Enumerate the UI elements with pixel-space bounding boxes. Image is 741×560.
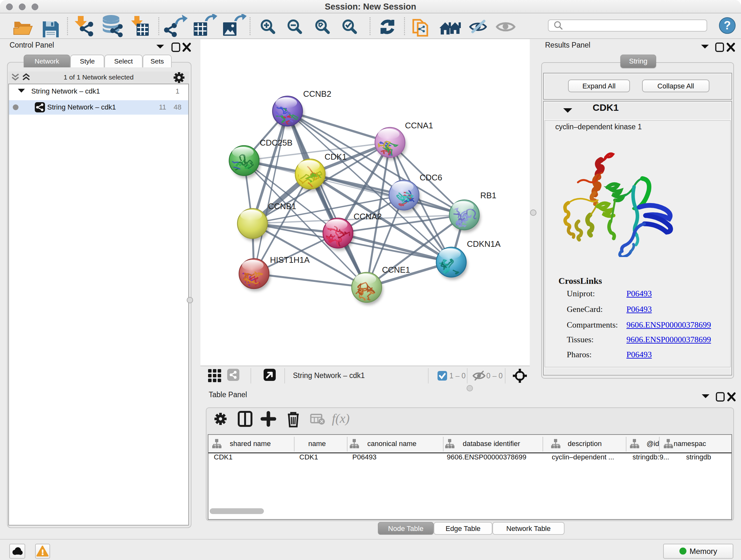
svg-text:CDKN1A: CDKN1A bbox=[467, 239, 501, 249]
svg-text:RB1: RB1 bbox=[480, 191, 496, 200]
svg-text:CCNB2: CCNB2 bbox=[303, 89, 331, 99]
svg-text:CCNE1: CCNE1 bbox=[382, 265, 410, 274]
svg-text:CDK1: CDK1 bbox=[325, 152, 347, 162]
svg-text:CDC6: CDC6 bbox=[420, 173, 442, 182]
svg-text:CCNA1: CCNA1 bbox=[405, 121, 433, 130]
svg-text:CCNA2: CCNA2 bbox=[354, 212, 382, 221]
svg-text:CDC25B: CDC25B bbox=[260, 138, 293, 147]
svg-text:?: ? bbox=[724, 19, 731, 32]
svg-text:HIST1H1A: HIST1H1A bbox=[270, 255, 310, 265]
svg-text:CCNB1: CCNB1 bbox=[268, 201, 296, 211]
svg-text:f(x): f(x) bbox=[332, 411, 350, 426]
